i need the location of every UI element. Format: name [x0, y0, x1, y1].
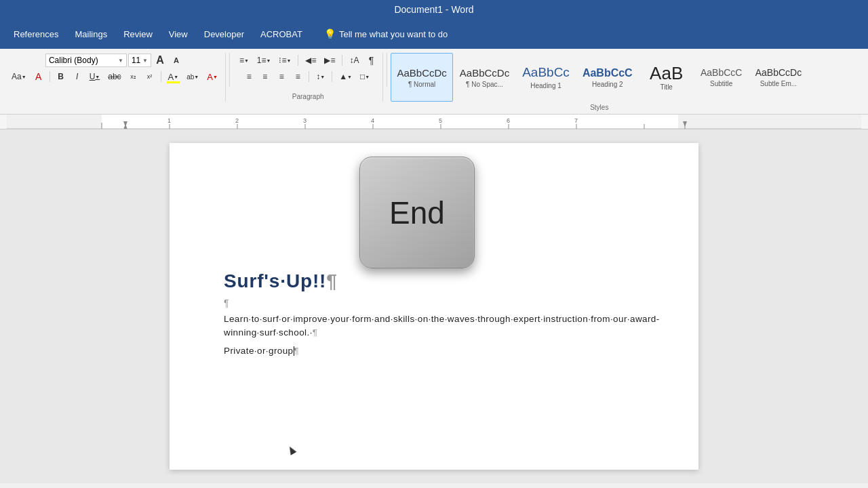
ruler-svg: 1 2 3 4 5 6 7: [7, 115, 861, 129]
font-size-value: 11: [132, 56, 140, 65]
blank-pilcrow: ¶: [224, 298, 229, 308]
style-normal-preview: AaBbCcDc: [397, 67, 446, 79]
line-spacing-button[interactable]: ↕▼: [313, 69, 328, 84]
align-right-button[interactable]: ≡: [274, 69, 289, 84]
font-format-row: Aa▼ A B I U▼ abc x₂ x² A▼ ab▼ A▼: [8, 69, 221, 84]
ribbon: Calibri (Body) ▼ 11 ▼ A A Aa▼ A B I U▼ a…: [0, 49, 868, 115]
borders-button[interactable]: □▼: [357, 69, 373, 84]
styles-label: Styles: [391, 104, 808, 111]
decrease-indent-button[interactable]: ◀≡: [302, 53, 319, 68]
ribbon-sep-1: [229, 53, 230, 87]
clear-format-button[interactable]: A: [31, 69, 46, 84]
font-name-row: Calibri (Body) ▼ 11 ▼ A A: [45, 53, 184, 68]
style-subtitle[interactable]: AaBbCcC Subtitle: [694, 53, 749, 102]
style-subtle[interactable]: AaBbCcDc Subtle Em...: [749, 53, 808, 102]
highlight-button[interactable]: ab▼: [183, 69, 202, 84]
bullets-button[interactable]: ≡▼: [236, 53, 252, 68]
svg-text:1: 1: [167, 117, 171, 124]
title-bar: Document1 - Word: [0, 0, 868, 19]
style-subtle-label: Subtle Em...: [760, 80, 797, 87]
paragraph-label: Paragraph: [233, 93, 383, 100]
separator2: [161, 71, 161, 82]
style-subtle-preview: AaBbCcDc: [755, 67, 802, 79]
font-size-dropdown-icon: ▼: [142, 58, 148, 64]
styles-group: AaBbCcDc ¶ Normal AaBbCcDc ¶ No Spac... …: [391, 53, 808, 113]
align-row: ≡ ≡ ≡ ≡ ↕▼ ▲▼ □▼: [241, 69, 373, 84]
menu-developer[interactable]: Developer: [196, 24, 252, 45]
font-name-value: Calibri (Body): [49, 56, 98, 65]
paragraph-line[interactable]: Learn·to·surf·or·improve·your·form·and·s…: [224, 312, 644, 340]
font-name-dropdown-icon: ▼: [118, 58, 123, 64]
list-row: ≡▼ 1≡▼ ⁝≡▼ ◀≡ ▶≡ ↕A ¶: [236, 53, 379, 68]
multilevel-button[interactable]: ⁝≡▼: [275, 53, 294, 68]
svg-text:5: 5: [439, 117, 442, 124]
shrink-font-button[interactable]: A: [169, 53, 184, 68]
superscript-button[interactable]: x²: [142, 69, 157, 84]
style-subtitle-preview: AaBbCcC: [701, 67, 742, 79]
style-h1-label: Heading 1: [530, 82, 561, 89]
strikethrough-button[interactable]: abc: [104, 69, 124, 84]
svg-text:6: 6: [507, 117, 510, 124]
subscript-button[interactable]: x₂: [126, 69, 141, 84]
document-page[interactable]: End Surf's·Up!!¶ ¶ Learn·to·surf·or·impr…: [170, 143, 698, 470]
partial-text: Private·or·group: [224, 346, 294, 356]
style-nospace-label: ¶ No Spac...: [466, 81, 503, 88]
font-color-button[interactable]: A▼: [165, 69, 182, 84]
style-heading2[interactable]: AaBbCcC Heading 2: [576, 53, 639, 102]
sep4: [332, 71, 332, 82]
font-name-selector[interactable]: Calibri (Body) ▼: [45, 54, 127, 67]
sort-button[interactable]: ↕A: [346, 53, 362, 68]
change-case-button[interactable]: Aa▼: [8, 69, 30, 84]
style-subtitle-label: Subtitle: [710, 80, 732, 87]
underline-button[interactable]: U▼: [86, 69, 104, 84]
text-color-button[interactable]: A▼: [203, 69, 221, 84]
surf-text: Surf's·Up!!: [224, 270, 326, 291]
document-area: End Surf's·Up!!¶ ¶ Learn·to·surf·or·impr…: [0, 129, 868, 483]
style-nospace[interactable]: AaBbCcDc ¶ No Spac...: [454, 53, 515, 102]
italic-button[interactable]: I: [70, 69, 85, 84]
partial-line[interactable]: Private·or·group¶: [224, 346, 644, 356]
partial-pilcrow: ¶: [294, 346, 300, 356]
shading-button[interactable]: ▲▼: [336, 69, 355, 84]
tell-me-container: 💡 Tell me what you want to do: [324, 28, 448, 39]
grow-font-button[interactable]: A: [153, 53, 167, 68]
ruler-inner: 1 2 3 4 5 6 7: [7, 115, 861, 129]
ruler: 1 2 3 4 5 6 7: [0, 115, 868, 129]
numbering-button[interactable]: 1≡▼: [254, 53, 275, 68]
style-heading1[interactable]: AaBbCc Heading 1: [516, 53, 576, 102]
style-title[interactable]: AaB Title: [639, 53, 694, 102]
pilcrow-button[interactable]: ¶: [363, 53, 378, 68]
ribbon-sep-2: [387, 53, 387, 87]
sep: [298, 55, 298, 66]
align-left-button[interactable]: ≡: [241, 69, 256, 84]
menu-review[interactable]: Review: [115, 24, 161, 45]
document-content: Surf's·Up!!¶ ¶ Learn·to·surf·or·improve·…: [224, 270, 644, 356]
blank-line[interactable]: ¶: [224, 298, 644, 308]
styles-row: AaBbCcDc ¶ Normal AaBbCcDc ¶ No Spac... …: [391, 53, 808, 102]
style-h2-preview: AaBbCcC: [583, 66, 633, 79]
menu-mailings[interactable]: Mailings: [66, 24, 115, 45]
justify-button[interactable]: ≡: [290, 69, 305, 84]
end-key-label: End: [389, 195, 445, 231]
svg-text:7: 7: [574, 117, 578, 124]
bold-button[interactable]: B: [54, 69, 68, 84]
svg-text:3: 3: [303, 117, 307, 124]
surf-line[interactable]: Surf's·Up!!¶: [224, 270, 644, 292]
separator: [50, 71, 50, 82]
tell-me-text[interactable]: Tell me what you want to do: [339, 29, 448, 39]
align-center-button[interactable]: ≡: [258, 69, 273, 84]
para-text: Learn·to·surf·or·improve·your·form·and·s…: [224, 314, 660, 338]
menu-view[interactable]: View: [161, 24, 196, 45]
style-normal-label: ¶ Normal: [408, 81, 435, 88]
para-pilcrow: ¶: [313, 327, 318, 338]
font-size-selector[interactable]: 11 ▼: [128, 54, 151, 67]
lightbulb-icon: 💡: [324, 28, 336, 39]
style-normal[interactable]: AaBbCcDc ¶ Normal: [391, 53, 452, 102]
menu-references[interactable]: References: [5, 24, 66, 45]
svg-text:2: 2: [235, 117, 239, 124]
paragraph-group: ≡▼ 1≡▼ ⁝≡▼ ◀≡ ▶≡ ↕A ¶ ≡ ≡ ≡ ≡ ↕▼ ▲▼ □▼ P…: [233, 53, 384, 102]
increase-indent-button[interactable]: ▶≡: [321, 53, 338, 68]
style-title-preview: AaB: [650, 64, 683, 82]
style-title-label: Title: [660, 83, 673, 91]
menu-acrobat[interactable]: ACROBAT: [252, 24, 311, 45]
